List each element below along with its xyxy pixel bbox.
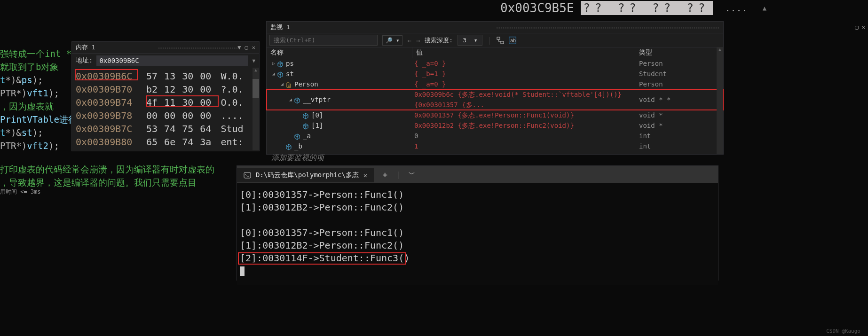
- hierarchy-icon[interactable]: [497, 37, 504, 44]
- maximize-icon[interactable]: ▢: [245, 44, 248, 51]
- new-tab-button[interactable]: +: [374, 170, 396, 180]
- terminal-line: [1]:003012B2->Person::Func2(): [240, 201, 715, 214]
- search-icon[interactable]: 🔎 ▾: [382, 35, 402, 46]
- close-icon[interactable]: ✕: [861, 23, 865, 31]
- svg-rect-1: [501, 41, 504, 44]
- expand-icon[interactable]: ◢: [287, 94, 294, 105]
- watch-row[interactable]: [1] 0x003012b2 {多态.exe!Person::Func2(voi…: [267, 120, 723, 131]
- expand-icon[interactable]: ◢: [270, 69, 277, 79]
- cube-icon: [277, 60, 284, 67]
- cursor: [240, 266, 245, 276]
- address-input[interactable]: [96, 55, 248, 66]
- cube-icon: [302, 112, 309, 118]
- top-memory-addr: 0x003C9B5E: [500, 1, 574, 15]
- close-icon[interactable]: ✕: [363, 172, 367, 179]
- watch-row[interactable]: _b 1 int: [267, 141, 723, 151]
- maximize-icon[interactable]: ▢: [855, 23, 859, 31]
- terminal-line: [0]:00301357->Person::Func1(): [240, 188, 715, 201]
- cube-icon: [277, 70, 284, 77]
- address-label: 地址:: [76, 56, 93, 65]
- memory-panel: 内存 1 ▪▪▪▪▪▪▪▪▪▪▪▪▪▪▪▪▪▪▪▪▪▪▪▪▪▪▪▪▪▪▪▪▪▪▪…: [71, 41, 260, 151]
- memory-row: 0x00309B7C53747564Stud: [72, 122, 259, 135]
- elapsed-time: 用时间 <= 3ms: [0, 188, 41, 196]
- watch-row[interactable]: ▷ ps { _a=0 } Person: [267, 58, 723, 69]
- depth-value[interactable]: 3 ▾: [458, 35, 482, 46]
- search-input[interactable]: [269, 35, 378, 46]
- watch-row[interactable]: ◢ st { _b=1 } Student: [267, 69, 723, 79]
- memory-rows: ▲ 0x00309B6C57133000W.0.0x00309B70b21230…: [72, 68, 259, 150]
- col-value[interactable]: 值: [412, 47, 635, 58]
- terminal-tab-title: D:\码云仓库\polymorphic\多态: [256, 171, 359, 180]
- watch-row[interactable]: [0] 0x00301357 {多态.exe!Person::Func1(voi…: [267, 110, 723, 120]
- search-next-icon[interactable]: →: [416, 37, 420, 44]
- col-name[interactable]: 名称: [267, 47, 412, 58]
- cube-icon: [294, 96, 300, 103]
- scrollbar[interactable]: ▲: [253, 68, 259, 150]
- expand-icon[interactable]: ▷: [270, 58, 277, 69]
- cube-icon: [294, 133, 300, 139]
- terminal-tab[interactable]: D:\码云仓库\polymorphic\多态 ✕: [237, 168, 374, 182]
- terminal-panel: D:\码云仓库\polymorphic\多态 ✕ + | ﹀ [0]:00301…: [237, 165, 718, 281]
- terminal-line: [1]:003012B2->Person::Func2(): [240, 239, 715, 252]
- watch-row[interactable]: ◢ Person { _a=0 } Person: [267, 79, 723, 89]
- svg-rect-4: [244, 172, 251, 178]
- close-icon[interactable]: ✕: [252, 44, 255, 51]
- watch-panel: 监视 1 ▪▪▪▪▪▪▪▪▪▪▪▪▪▪▪▪▪▪▪▪▪▪▪▪▪▪▪▪▪▪▪▪▪▪▪…: [266, 21, 724, 155]
- svg-text:ab: ab: [510, 38, 516, 43]
- memory-row: 0x00309B70b2123000?.0.: [72, 83, 259, 96]
- chevron-down-icon[interactable]: ﹀: [401, 170, 415, 179]
- terminal-line: [2]:0030114F->Student::Func3(): [240, 252, 715, 265]
- watermark: CSDN @Kaugo: [826, 328, 860, 334]
- search-prev-icon[interactable]: ←: [407, 37, 411, 44]
- watch-title: 监视 1: [270, 23, 494, 31]
- watch-row[interactable]: ◢ __vfptr 0x00309b6c {多态.exe!void(* Stud…: [267, 89, 723, 110]
- top-memory-hex: ?? ?? ?? ??: [581, 1, 713, 15]
- chevron-down-icon[interactable]: ▼: [252, 58, 255, 64]
- dropdown-icon[interactable]: ▼: [237, 44, 241, 51]
- terminal-line: [0]:00301357->Person::Func1(): [240, 227, 715, 239]
- watch-row[interactable]: _a 0 int: [267, 131, 723, 141]
- add-watch-item[interactable]: 添加要监视的项: [267, 151, 723, 165]
- top-memory-dots: ....: [725, 2, 748, 14]
- cube-icon: [285, 143, 292, 149]
- toggle-view-icon[interactable]: ab: [509, 37, 516, 44]
- expand-icon[interactable]: ◢: [279, 79, 285, 89]
- svg-rect-0: [497, 37, 500, 39]
- memory-row: 0x00309B7800000000....: [72, 109, 259, 122]
- memory-row: 0x00309B744f113000O.0.: [72, 96, 259, 109]
- col-type[interactable]: 类型: [635, 47, 723, 58]
- memory-row: 0x00309B6C57133000W.0.: [72, 70, 259, 83]
- memory-row: 0x00309B80656e743aent:: [72, 135, 259, 148]
- memory-title: 内存 1: [76, 43, 155, 52]
- watch-window-controls: ▢ ✕: [855, 23, 865, 31]
- cube-icon: [302, 122, 309, 129]
- depth-label: 搜索深度:: [425, 36, 453, 45]
- scroll-up-icon[interactable]: ▲: [763, 4, 766, 12]
- terminal-line: [240, 214, 715, 227]
- scrollbar[interactable]: ▲: [717, 47, 723, 154]
- inherit-icon: [285, 81, 292, 87]
- terminal-icon: [244, 172, 251, 179]
